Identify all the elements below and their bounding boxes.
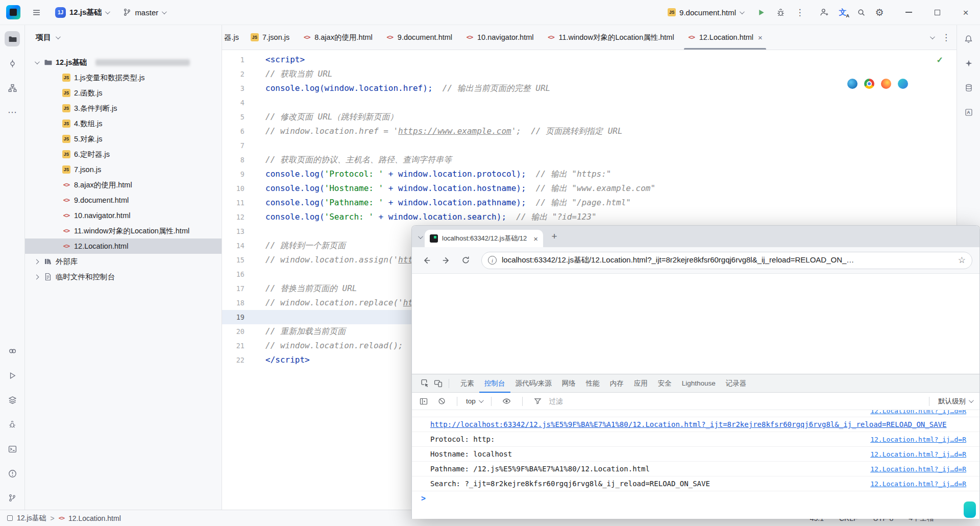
filter-input[interactable]: 过滤 — [549, 397, 563, 406]
editor-tab[interactable]: <>9.document.html — [379, 25, 459, 50]
dependencies-toolwindow-icon[interactable] — [5, 343, 20, 358]
console-source-link[interactable]: 12.Location.html?_ij…d=R — [870, 410, 966, 417]
chrome-browser-icon[interactable] — [864, 79, 874, 89]
devtools-tab[interactable]: 性能 — [581, 374, 605, 393]
tab-options-icon[interactable]: ⋮ — [942, 32, 950, 43]
devtools-tab[interactable]: 安全 — [653, 374, 677, 393]
editor-tab[interactable]: <>11.window对象的Location属性.html — [540, 25, 680, 50]
devtools-tab[interactable]: 控制台 — [479, 374, 510, 393]
project-widget[interactable]: 1J 12.js基础 — [52, 5, 112, 20]
console-prompt[interactable]: > — [421, 494, 426, 503]
devtools-tab[interactable]: 应用 — [629, 374, 653, 393]
breadcrumb-file[interactable]: 12.Location.html — [68, 514, 121, 522]
editor-tab[interactable]: 器.js — [222, 25, 244, 50]
branch-widget[interactable]: master — [120, 6, 168, 19]
project-panel-header[interactable]: 项目 — [25, 25, 222, 50]
debug-button[interactable] — [773, 5, 788, 20]
log-level-selector[interactable]: 默认级别 — [938, 397, 972, 406]
project-tree-item[interactable]: JS1.js变量和数据类型.js — [25, 70, 222, 85]
tab-close-icon[interactable]: × — [758, 33, 763, 42]
ie-browser-icon[interactable] — [847, 79, 857, 89]
window-minimize-button[interactable] — [894, 0, 923, 25]
console-source-link[interactable]: 12.Location.html?_ij…d=R — [870, 462, 966, 476]
tab-close-icon[interactable]: × — [533, 234, 538, 243]
back-button[interactable] — [419, 253, 434, 268]
project-tree-item[interactable]: JS2.函数.js — [25, 85, 222, 101]
project-tree-item[interactable]: JS6.定时器.js — [25, 147, 222, 162]
tab-search-chevron-icon[interactable] — [418, 232, 422, 241]
project-toolwindow-icon[interactable] — [5, 31, 20, 46]
console-source-link[interactable]: 12.Location.html?_ij…d=R — [870, 432, 966, 447]
ai-assistant-icon[interactable] — [961, 56, 976, 71]
project-tree-item[interactable]: JS4.数组.js — [25, 116, 222, 131]
filter-funnel-icon[interactable] — [531, 395, 545, 408]
device-toolbar-icon[interactable] — [431, 377, 445, 390]
terminal-toolwindow-icon[interactable] — [5, 441, 20, 457]
tree-chevron-icon[interactable] — [34, 59, 39, 64]
notifications-bell-icon[interactable] — [961, 31, 976, 46]
documentation-toolwindow-icon[interactable]: A — [961, 105, 976, 120]
project-tree-item[interactable]: <>9.document.html — [25, 193, 222, 208]
new-tab-button[interactable]: + — [547, 229, 561, 244]
project-tree-item[interactable]: 外部库 — [25, 254, 222, 269]
more-toolwindows-icon[interactable]: ⋯ — [5, 105, 20, 120]
translate-icon[interactable]: 文 A — [835, 5, 850, 20]
more-actions-button[interactable]: ⋮ — [792, 5, 807, 20]
project-tree-item[interactable]: 12.js基础 — [25, 55, 222, 70]
devtools-tab[interactable]: 记录器 — [721, 374, 752, 393]
project-tree-item[interactable]: <>10.navigator.html — [25, 208, 222, 223]
inspect-element-icon[interactable] — [418, 377, 431, 390]
project-tree-item[interactable]: <>12.Location.html — [25, 238, 222, 254]
version-control-toolwindow-icon[interactable] — [5, 490, 20, 506]
breadcrumb-project[interactable]: 12.js基础 — [17, 514, 46, 523]
edge-browser-icon[interactable] — [898, 79, 908, 89]
console-sidebar-icon[interactable] — [417, 395, 430, 408]
services-toolwindow-icon[interactable] — [5, 392, 20, 408]
site-info-icon[interactable]: i — [488, 256, 497, 265]
project-tree-item[interactable]: <>11.window对象的Location属性.html — [25, 223, 222, 238]
clear-console-icon[interactable] — [435, 395, 448, 408]
browser-tab[interactable]: localhost:63342/12.js基础/12 × — [425, 230, 543, 247]
problems-toolwindow-icon[interactable] — [5, 466, 20, 481]
devtools-tab[interactable]: Lighthouse — [677, 374, 721, 393]
devtools-tab[interactable]: 网络 — [557, 374, 581, 393]
project-tree-item[interactable]: JS5.对象.js — [25, 131, 222, 147]
structure-toolwindow-icon[interactable] — [5, 80, 20, 95]
database-toolwindow-icon[interactable] — [961, 80, 976, 95]
run-configuration-widget[interactable]: JS 9.document.html — [668, 8, 743, 17]
devtools-tab[interactable]: 内存 — [605, 374, 629, 393]
project-tree-item[interactable]: <>8.ajax的使用.html — [25, 177, 222, 193]
editor-tab[interactable]: <>8.ajax的使用.html — [296, 25, 379, 50]
window-close-button[interactable]: × — [951, 0, 980, 25]
editor-tab[interactable]: <>10.navigator.html — [459, 25, 540, 50]
inspections-ok-icon[interactable]: ✓ — [937, 55, 943, 65]
code-with-me-icon[interactable] — [817, 5, 832, 20]
tab-list-chevron-icon[interactable] — [930, 34, 935, 39]
reload-button[interactable] — [458, 253, 473, 268]
project-tree-item[interactable]: JS7.json.js — [25, 162, 222, 177]
settings-gear-icon[interactable]: ⚙ — [872, 5, 887, 20]
firefox-browser-icon[interactable] — [881, 79, 891, 89]
run-button[interactable] — [753, 5, 769, 20]
context-selector[interactable]: top — [466, 397, 482, 405]
project-tree-item[interactable]: JS3.条件判断.js — [25, 101, 222, 116]
commit-toolwindow-icon[interactable] — [5, 56, 20, 71]
address-bar[interactable]: i localhost:63342/12.js基础/12.Location.ht… — [481, 252, 972, 269]
main-menu-button[interactable] — [29, 5, 44, 20]
devtools-tab[interactable]: 元素 — [455, 374, 479, 393]
search-icon[interactable] — [853, 5, 869, 20]
tree-chevron-icon[interactable] — [34, 259, 39, 264]
console-message[interactable]: http://localhost:63342/12.js%E5%9F%BA%E7… — [430, 420, 946, 428]
debug-toolwindow-icon[interactable] — [5, 417, 20, 432]
console-source-link[interactable]: 12.Location.html?_ij…d=R — [870, 476, 966, 491]
bookmark-star-icon[interactable]: ☆ — [958, 255, 966, 266]
editor-tab[interactable]: JS7.json.js — [244, 25, 296, 50]
editor-tab[interactable]: <>12.Location.html× — [681, 25, 769, 50]
tree-chevron-icon[interactable] — [34, 274, 39, 279]
devtools-tab[interactable]: 源代码/来源 — [510, 374, 557, 393]
url-text[interactable]: localhost:63342/12.js基础/12.Location.html… — [502, 255, 953, 265]
teal-widget-icon[interactable] — [964, 501, 976, 518]
project-tree-item[interactable]: 临时文件和控制台 — [25, 269, 222, 284]
live-expression-eye-icon[interactable] — [500, 395, 513, 408]
window-maximize-button[interactable] — [923, 0, 951, 25]
